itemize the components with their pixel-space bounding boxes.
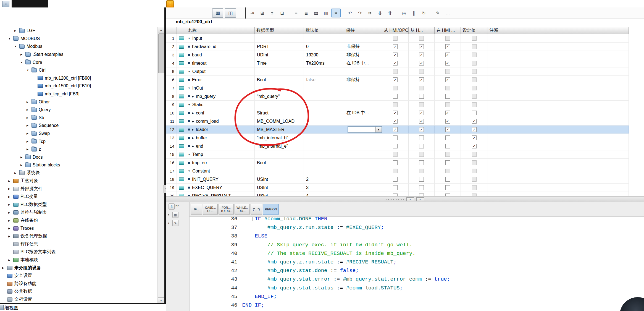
tree-scrollbar[interactable]: ▲ ▼	[157, 27, 164, 304]
table-row[interactable]: 6ErrorBoolfalse非保持✓✓✓	[166, 76, 629, 84]
comment-cell[interactable]	[488, 150, 583, 158]
column-header-type[interactable]: 数据类型	[255, 27, 304, 34]
snippet-region[interactable]: REGION	[263, 204, 279, 215]
default-value-cell[interactable]: 2	[304, 175, 344, 183]
column-header-def[interactable]: 默认值	[304, 27, 344, 34]
name-cell[interactable]: ▼Output	[186, 67, 255, 75]
section-collapse-icon[interactable]: ▼	[188, 70, 190, 73]
comment-cell[interactable]	[488, 43, 583, 51]
default-value-cell[interactable]	[304, 159, 344, 167]
default-value-cell[interactable]: T#200ms	[304, 59, 344, 67]
hmi-visible-checkbox[interactable]: ✓	[445, 127, 450, 132]
expand-member-icon[interactable]: ▶	[192, 120, 194, 123]
expand-arrow-icon[interactable]: ▶	[8, 180, 13, 182]
name-cell[interactable]: ▶conf	[186, 109, 255, 117]
data-type-cell[interactable]: "mb_internal_b"	[255, 134, 304, 142]
code-editor[interactable]: 36−IF #comm_load.DONE THEN37#mb_query.z.…	[190, 217, 644, 311]
expand-arrow-icon[interactable]: ▶	[27, 108, 31, 111]
data-type-cell[interactable]: "mb_query"	[255, 92, 304, 100]
setpoint-checkbox[interactable]: ✓	[472, 119, 477, 124]
data-type-cell[interactable]: Struct	[255, 109, 304, 117]
data-type-cell[interactable]: "mb_internal_e"	[255, 142, 304, 150]
hmi-accessible-checkbox[interactable]: ✓	[393, 119, 398, 124]
expand-arrow-icon[interactable]: ▶	[8, 187, 13, 190]
hmi-accessible-checkbox[interactable]: ✓	[393, 111, 398, 115]
name-cell[interactable]: ▼Input	[186, 34, 255, 42]
insert-row-icon[interactable]: ⇥	[248, 9, 257, 17]
tree-item[interactable]: ▶PLC变量	[0, 193, 157, 201]
absolute-operands-icon[interactable]: ▦	[172, 212, 178, 218]
default-value-cell[interactable]	[304, 134, 344, 142]
expand-arrow-icon[interactable]: ▶	[8, 203, 13, 206]
expand-snippets-icon[interactable]: ▸▸	[176, 204, 180, 207]
data-type-cell[interactable]: MB_MASTER	[255, 126, 304, 134]
table-row[interactable]: 3baudUDInt19200非保持✓✓✓	[166, 51, 629, 59]
panel-divider[interactable]	[164, 7, 166, 304]
tree-item[interactable]: ▶z	[0, 145, 157, 153]
hmi-writable-checkbox[interactable]	[419, 160, 424, 165]
comment-cell[interactable]	[488, 34, 583, 42]
expand-all-icon[interactable]: ▤	[311, 9, 321, 17]
default-value-cell[interactable]	[304, 117, 344, 125]
tree-item[interactable]: ▼MODBUS	[0, 35, 157, 43]
table-row[interactable]: 15▼Temp	[166, 150, 629, 159]
expand-arrow-icon[interactable]: ▶	[20, 53, 25, 56]
fold-marker-icon[interactable]: −	[249, 217, 253, 221]
column-header-retain[interactable]: 保持	[344, 27, 382, 34]
expand-arrow-icon[interactable]: ▶	[8, 259, 13, 262]
comment-cell[interactable]	[488, 126, 583, 134]
edit-icon[interactable]: ✎	[433, 9, 443, 17]
name-cell[interactable]: ▶comm_load	[186, 117, 255, 125]
data-type-cell[interactable]: USInt	[255, 184, 304, 192]
name-cell[interactable]: timeout	[186, 59, 255, 67]
retain-cell[interactable]	[344, 175, 382, 183]
comment-cell[interactable]	[488, 159, 583, 167]
name-cell[interactable]: ▼Constant	[186, 167, 255, 175]
hmi-writable-checkbox[interactable]	[419, 185, 424, 190]
setpoint-checkbox[interactable]: ✓	[472, 144, 477, 148]
hmi-visible-checkbox[interactable]: ✓	[445, 111, 450, 115]
hmi-accessible-checkbox[interactable]: ✓	[393, 53, 398, 57]
expand-arrow-icon[interactable]: ▶	[27, 148, 31, 151]
comment-cell[interactable]	[488, 59, 583, 67]
section-collapse-icon[interactable]: ▼	[188, 170, 190, 173]
name-cell[interactable]: ▶leader	[186, 126, 255, 134]
collapse-arrow-icon[interactable]: ▼	[14, 45, 19, 48]
tree-item[interactable]: ▶工艺对象	[0, 177, 157, 185]
comment-cell[interactable]	[488, 184, 583, 192]
hmi-writable-checkbox[interactable]: ✓	[419, 44, 424, 49]
edit-mode-icon[interactable]: ✎	[172, 220, 178, 226]
hmi-writable-checkbox[interactable]: ✓	[419, 53, 424, 57]
hmi-visible-checkbox[interactable]: ✓	[445, 44, 450, 49]
hmi-visible-checkbox[interactable]: ✓	[445, 77, 450, 82]
tree-item[interactable]: ▼Core	[0, 58, 157, 66]
default-value-cell[interactable]	[304, 92, 344, 100]
dropdown-arrow-icon[interactable]: ▼	[375, 127, 382, 132]
data-type-cell[interactable]	[255, 84, 304, 92]
comment-cell[interactable]	[488, 109, 583, 117]
table-row[interactable]: 16tmp_errBool	[166, 159, 629, 167]
default-value-cell[interactable]: 3	[304, 184, 344, 192]
table-row[interactable]: 7▼InOut	[166, 84, 629, 92]
default-value-cell[interactable]	[304, 150, 344, 158]
retain-cell[interactable]	[344, 134, 382, 142]
pause-icon[interactable]: ∥	[409, 9, 419, 17]
tree-item[interactable]: ▼Ctrl	[0, 66, 157, 74]
collapse-all-icon[interactable]: ▥	[321, 9, 331, 17]
retain-cell[interactable]: 在 IDB 中...	[344, 109, 382, 117]
hmi-writable-checkbox[interactable]	[419, 177, 424, 182]
hmi-writable-checkbox[interactable]	[419, 144, 424, 148]
more-icon[interactable]: …	[443, 9, 453, 17]
scroll-down-icon[interactable]: ▼	[158, 297, 164, 304]
setpoint-checkbox[interactable]	[472, 111, 477, 115]
hmi-visible-checkbox[interactable]	[445, 185, 450, 190]
tree-item[interactable]: ▶本地模块	[0, 256, 157, 264]
table-row[interactable]: 5▼Output	[166, 67, 629, 76]
app-icon[interactable]: ≡	[2, 1, 9, 7]
tree-item[interactable]: ▶Swap	[0, 130, 157, 138]
column-header-hmi3[interactable]: 在 HMI ...	[435, 27, 461, 34]
tree-item[interactable]: ▶Query	[0, 106, 157, 114]
tree-item[interactable]: ▶Docs	[0, 153, 157, 161]
retain-cell[interactable]	[344, 67, 382, 75]
name-cell[interactable]: ▶mb_query	[186, 92, 255, 100]
